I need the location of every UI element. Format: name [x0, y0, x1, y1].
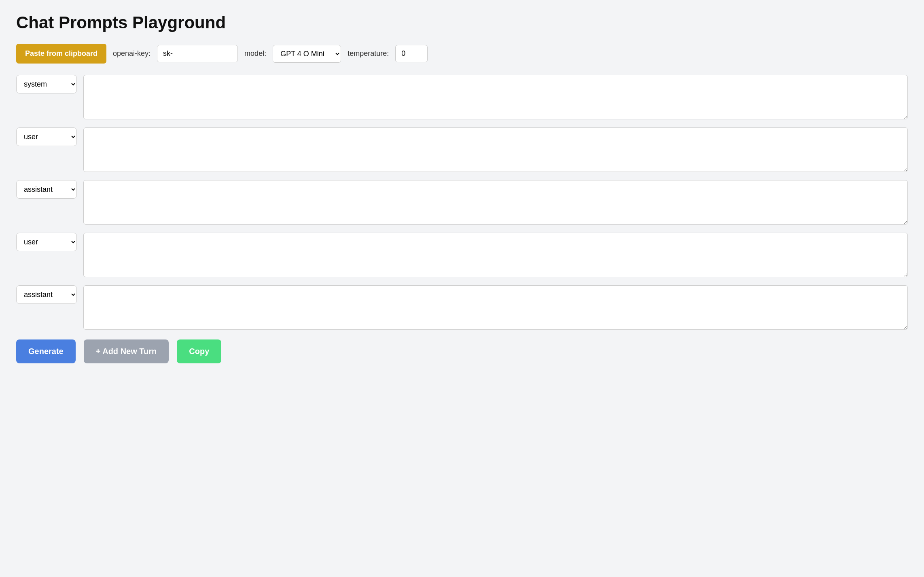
- action-bar: Generate + Add New Turn Copy: [16, 339, 908, 363]
- page-title: Chat Prompts Playground: [16, 13, 908, 32]
- add-new-turn-button[interactable]: + Add New Turn: [84, 339, 169, 363]
- role-select-0[interactable]: systemuserassistant: [16, 75, 77, 93]
- openai-key-label: openai-key:: [113, 49, 150, 58]
- toolbar: Paste from clipboard openai-key: model: …: [16, 44, 908, 64]
- role-select-3[interactable]: systemuserassistant: [16, 233, 77, 251]
- temperature-input[interactable]: [395, 45, 428, 62]
- paste-from-clipboard-button[interactable]: Paste from clipboard: [16, 44, 106, 64]
- temperature-label: temperature:: [348, 49, 389, 58]
- role-select-2[interactable]: systemuserassistant: [16, 180, 77, 199]
- turn-textarea-3[interactable]: [83, 233, 908, 277]
- turn-textarea-4[interactable]: [83, 285, 908, 330]
- model-select[interactable]: GPT 4 O Mini GPT 4 O GPT 3.5 Turbo: [273, 45, 341, 63]
- turn-row: systemuserassistant: [16, 180, 908, 225]
- openai-key-input[interactable]: [157, 45, 238, 62]
- role-select-4[interactable]: systemuserassistant: [16, 285, 77, 304]
- turn-row: systemuserassistant: [16, 285, 908, 330]
- turn-row: systemuserassistant: [16, 127, 908, 172]
- turn-textarea-2[interactable]: [83, 180, 908, 225]
- copy-button[interactable]: Copy: [177, 339, 221, 363]
- turns-container: systemuserassistantsystemuserassistantsy…: [16, 75, 908, 330]
- turn-row: systemuserassistant: [16, 233, 908, 277]
- role-select-1[interactable]: systemuserassistant: [16, 127, 77, 146]
- turn-textarea-1[interactable]: [83, 127, 908, 172]
- turn-row: systemuserassistant: [16, 75, 908, 119]
- generate-button[interactable]: Generate: [16, 339, 76, 363]
- turn-textarea-0[interactable]: [83, 75, 908, 119]
- model-label: model:: [244, 49, 266, 58]
